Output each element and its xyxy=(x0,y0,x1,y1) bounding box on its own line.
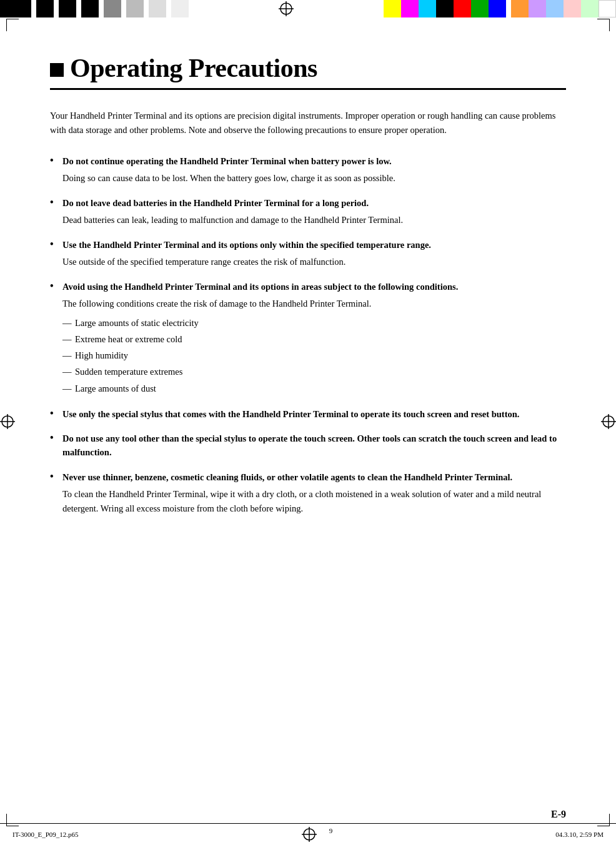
precaution-bold-2: Do not leave dead batteries in the Handh… xyxy=(62,197,566,210)
page-content: Operating Precautions Your Handheld Prin… xyxy=(0,22,616,577)
precaution-normal-4: The following conditions create the risk… xyxy=(62,297,566,311)
top-gap-7 xyxy=(166,0,171,17)
title-container: Operating Precautions xyxy=(50,53,566,90)
precaution-subitem-4-1: Large amounts of static electricity xyxy=(62,315,566,331)
precaution-bold-3: Use the Handheld Printer Terminal and it… xyxy=(62,239,566,252)
top-black-block-4 xyxy=(81,0,99,17)
top-black-block-2 xyxy=(36,0,54,17)
footer-center: 9 xyxy=(79,827,556,842)
precaution-bold-4: Avoid using the Handheld Printer Termina… xyxy=(62,280,566,294)
precaution-bold-7: Never use thinner, benzene, cosmetic cle… xyxy=(62,471,566,485)
precaution-bold-1: Do not continue operating the Handheld P… xyxy=(62,155,566,169)
precaution-item-6: Do not use any tool other than the speci… xyxy=(50,432,566,460)
precaution-subitem-4-3: High humidity xyxy=(62,347,566,363)
top-gray-block-4 xyxy=(171,0,189,17)
reg-mark-top-center xyxy=(189,0,384,17)
precaution-item-4: Avoid using the Handheld Printer Termina… xyxy=(50,280,566,396)
title-icon xyxy=(50,63,64,77)
precaution-bold-5: Use only the special stylus that comes w… xyxy=(62,408,566,422)
precaution-subitem-4-2: Extreme heat or extreme cold xyxy=(62,331,566,347)
precaution-subitem-4-5: Large amounts of dust xyxy=(62,380,566,397)
top-gap-5 xyxy=(121,0,126,17)
top-bar xyxy=(0,0,616,17)
precaution-normal-2: Dead batteries can leak, leading to malf… xyxy=(62,213,566,227)
precaution-item-5: Use only the special stylus that comes w… xyxy=(50,408,566,422)
swatch-red xyxy=(454,0,471,17)
top-gray-block-2 xyxy=(126,0,144,17)
swatch-lightblue xyxy=(546,0,564,17)
color-swatches-top xyxy=(384,0,616,17)
precaution-item-3: Use the Handheld Printer Terminal and it… xyxy=(50,239,566,269)
top-gap-1 xyxy=(31,0,36,17)
precaution-normal-1: Doing so can cause data to be lost. When… xyxy=(62,171,566,185)
precautions-list: Do not continue operating the Handheld P… xyxy=(50,155,566,516)
page-number: E-9 xyxy=(551,809,566,820)
reg-mark-bottom xyxy=(302,827,317,842)
footer-right: 04.3.10, 2:59 PM xyxy=(555,831,604,838)
precaution-normal-3: Use outside of the specified temperature… xyxy=(62,255,566,269)
swatch-black xyxy=(436,0,454,17)
top-gap-3 xyxy=(76,0,81,17)
swatch-white xyxy=(599,0,616,17)
top-gap-2 xyxy=(54,0,59,17)
top-gap-6 xyxy=(144,0,149,17)
top-gap-4 xyxy=(99,0,104,17)
precaution-item-2: Do not leave dead batteries in the Handh… xyxy=(50,197,566,227)
top-black-block-1 xyxy=(0,0,31,17)
footer-bar: IT-3000_E_P09_12.p65 9 04.3.10, 2:59 PM xyxy=(0,823,616,845)
swatch-gap xyxy=(506,0,511,17)
swatch-magenta xyxy=(401,0,419,17)
swatch-blue xyxy=(489,0,506,17)
top-gray-block-1 xyxy=(104,0,121,17)
top-gray-block-3 xyxy=(149,0,166,17)
precaution-bold-6: Do not use any tool other than the speci… xyxy=(62,432,566,460)
precaution-sublist-4: Large amounts of static electricityExtre… xyxy=(62,315,566,396)
page-title: Operating Precautions xyxy=(70,53,317,83)
swatch-cyan xyxy=(419,0,436,17)
precaution-normal-7: To clean the Handheld Printer Terminal, … xyxy=(62,487,566,516)
swatch-lightpink xyxy=(564,0,581,17)
swatch-lightgreen xyxy=(581,0,599,17)
intro-paragraph: Your Handheld Printer Terminal and its o… xyxy=(50,109,566,137)
precaution-item-7: Never use thinner, benzene, cosmetic cle… xyxy=(50,471,566,516)
swatch-lavender xyxy=(529,0,546,17)
footer-left: IT-3000_E_P09_12.p65 xyxy=(12,831,79,838)
footer-page-num: 9 xyxy=(329,827,333,842)
precaution-subitem-4-4: Sudden temperature extremes xyxy=(62,363,566,380)
swatch-yellow xyxy=(384,0,401,17)
swatch-green xyxy=(471,0,489,17)
precaution-item-1: Do not continue operating the Handheld P… xyxy=(50,155,566,185)
top-black-block-3 xyxy=(59,0,76,17)
swatch-orange xyxy=(511,0,529,17)
